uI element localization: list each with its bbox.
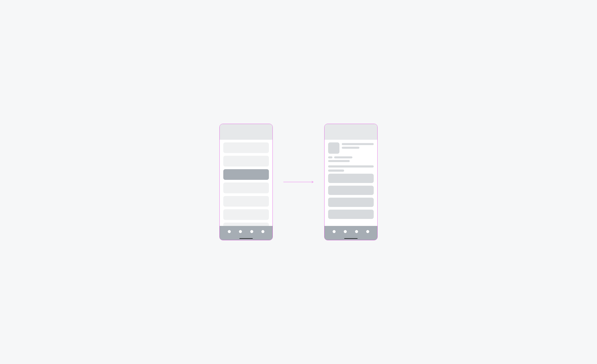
home-indicator <box>344 238 358 239</box>
app-header <box>220 124 273 140</box>
detail-subtitle-line <box>342 147 359 149</box>
navigation-arrow <box>283 180 314 184</box>
detail-thumbnail <box>328 142 339 154</box>
arrow-right-icon <box>283 180 314 184</box>
description-line <box>328 165 374 168</box>
list-item[interactable] <box>223 223 269 226</box>
nav-tab-icon[interactable] <box>333 230 336 233</box>
description-line <box>328 170 344 172</box>
detail-meta-row <box>328 160 374 162</box>
detail-title-line <box>342 143 374 145</box>
bottom-nav <box>324 226 377 240</box>
detail-header <box>328 142 374 154</box>
phone-detail-screen <box>324 124 377 240</box>
detail-meta-row <box>328 156 374 158</box>
detail-card[interactable] <box>328 210 374 219</box>
meta-pill <box>328 156 332 158</box>
detail-title-block <box>342 142 374 154</box>
nav-tab-icon[interactable] <box>366 230 369 233</box>
nav-tab-icon[interactable] <box>228 230 231 233</box>
app-header <box>324 124 377 140</box>
detail-description <box>328 165 374 172</box>
nav-tab-icon[interactable] <box>261 230 264 233</box>
meta-pill <box>334 156 353 158</box>
detail-card[interactable] <box>328 186 374 195</box>
nav-tab-icon[interactable] <box>250 230 253 233</box>
home-indicator <box>239 238 253 239</box>
phone-list-screen <box>220 124 273 240</box>
list-item[interactable] <box>223 183 269 193</box>
list-item[interactable] <box>223 209 269 220</box>
nav-tab-icon[interactable] <box>239 230 242 233</box>
detail-card[interactable] <box>328 198 374 207</box>
list-item[interactable] <box>223 156 269 166</box>
list-item[interactable] <box>223 142 269 153</box>
nav-tab-icon[interactable] <box>355 230 358 233</box>
detail-cards <box>328 174 374 219</box>
meta-pill <box>328 160 350 162</box>
nav-tab-icon[interactable] <box>344 230 347 233</box>
list-item[interactable] <box>223 196 269 207</box>
detail-screen-body <box>324 140 377 226</box>
list-item-selected[interactable] <box>223 169 269 180</box>
list-screen-body <box>220 140 273 226</box>
wireframe-flow-stage <box>210 114 387 250</box>
bottom-nav <box>220 226 273 240</box>
detail-card[interactable] <box>328 174 374 183</box>
